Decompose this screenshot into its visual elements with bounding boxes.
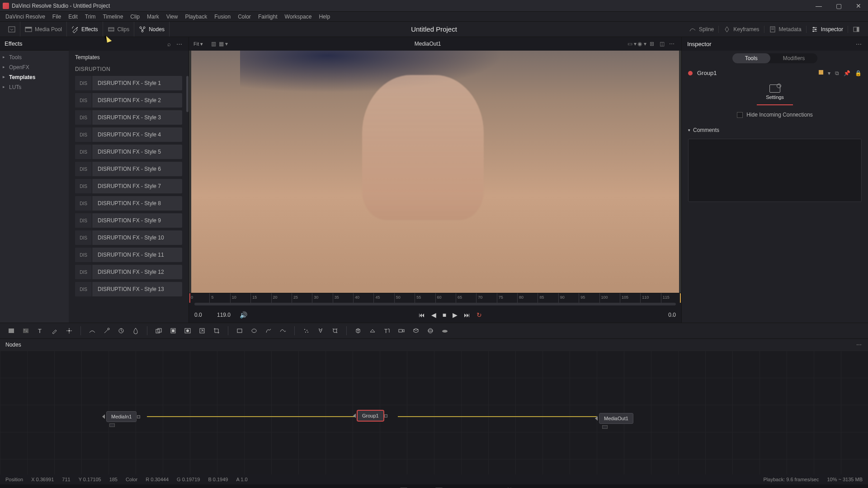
pemitter-tool-icon[interactable]: [316, 326, 326, 336]
menu-timeline[interactable]: Timeline: [100, 13, 126, 21]
tree-openfx[interactable]: ▸OpenFX: [0, 62, 69, 72]
hue-tool-icon[interactable]: [116, 326, 126, 336]
menu-file[interactable]: File: [50, 13, 64, 21]
merge3d-tool-icon[interactable]: [411, 326, 421, 336]
paint-tool-icon[interactable]: [50, 326, 60, 336]
viewer-rect-icon[interactable]: ▭ ▾: [627, 41, 637, 47]
polygon-mask-icon[interactable]: [264, 326, 274, 336]
prender-tool-icon[interactable]: [330, 326, 340, 336]
fx-item[interactable]: DISDISRUPTION FX - Style 1: [75, 76, 182, 90]
comments-textarea[interactable]: [688, 139, 862, 202]
time-start[interactable]: 0.0: [194, 312, 217, 318]
play-button[interactable]: ▶: [453, 311, 458, 319]
imageplane3d-tool-icon[interactable]: [368, 326, 377, 336]
fx-item[interactable]: DISDISRUPTION FX - Style 9: [75, 213, 182, 228]
fx-item[interactable]: DISDISRUPTION FX - Style 2: [75, 93, 182, 108]
text3d-tool-icon[interactable]: T: [382, 326, 392, 336]
options-icon[interactable]: ⋯: [174, 41, 184, 47]
version-icon[interactable]: ⧉: [835, 70, 839, 76]
merge-tool-icon[interactable]: [154, 326, 164, 336]
templates-tab[interactable]: Templates: [69, 51, 189, 62]
menu-clip[interactable]: Clip: [127, 13, 142, 21]
fx-item[interactable]: DISDISRUPTION FX - Style 5: [75, 145, 182, 159]
time-ruler[interactable]: 0 5 10 15 20 25 30 35 40 45 50 55 60 65 …: [189, 293, 681, 303]
fx-item[interactable]: DISDISRUPTION FX - Style 4: [75, 127, 182, 142]
menu-playback[interactable]: Playback: [182, 13, 210, 21]
fx-item[interactable]: DISDISRUPTION FX - Style 11: [75, 248, 182, 262]
fx-item[interactable]: DISDISRUPTION FX - Style 8: [75, 196, 182, 211]
menu-view[interactable]: View: [164, 13, 181, 21]
maximize-button[interactable]: ▢: [832, 2, 845, 9]
crop-tool-icon[interactable]: [212, 326, 222, 336]
nodes-options-icon[interactable]: ⋯: [856, 342, 863, 348]
renderer3d-tool-icon[interactable]: [425, 326, 435, 336]
particles-tool-icon[interactable]: [301, 326, 311, 336]
bspline-mask-icon[interactable]: [278, 326, 288, 336]
spline-button[interactable]: Spline: [689, 26, 714, 33]
node-color-dot[interactable]: [688, 71, 693, 75]
menu-edit[interactable]: Edit: [66, 13, 80, 21]
close-button[interactable]: ✕: [852, 2, 865, 9]
transform-tool-icon[interactable]: [168, 326, 178, 336]
inspector-button[interactable]: Inspector: [811, 26, 843, 33]
nodes-button[interactable]: Nodes: [139, 26, 165, 33]
media-pool-button[interactable]: Media Pool: [25, 26, 62, 33]
node-group1[interactable]: Group1: [357, 410, 384, 421]
loop-button[interactable]: ↻: [476, 311, 482, 319]
dropdown-icon[interactable]: [8, 26, 15, 33]
menu-trim[interactable]: Trim: [82, 13, 99, 21]
menu-davinci[interactable]: DaVinci Resolve: [3, 13, 48, 21]
settings-tab[interactable]: Settings: [757, 80, 793, 105]
fx-item[interactable]: DISDISRUPTION FX - Style 12: [75, 265, 182, 279]
last-frame-button[interactable]: ⏭: [464, 311, 470, 319]
inspector-options-icon[interactable]: ⋯: [856, 41, 863, 47]
tree-tools[interactable]: ▸Tools: [0, 52, 69, 62]
blur-tool-icon[interactable]: [131, 326, 141, 336]
fx-item[interactable]: DISDISRUPTION FX - Style 3: [75, 110, 182, 125]
expand-icon[interactable]: [853, 26, 860, 33]
background-tool-icon[interactable]: [6, 326, 16, 336]
tab-tools[interactable]: Tools: [732, 53, 770, 63]
shape3d-tool-icon[interactable]: [353, 326, 363, 336]
pin-icon[interactable]: 📌: [844, 70, 850, 76]
viewer-image[interactable]: [189, 51, 681, 293]
viewer-split-icon[interactable]: ◫: [657, 41, 667, 47]
tracker-tool-icon[interactable]: [64, 326, 74, 336]
time-end[interactable]: 0.0: [653, 312, 676, 318]
fx-item[interactable]: DISDISRUPTION FX - Style 7: [75, 179, 182, 193]
menu-fusion[interactable]: Fusion: [212, 13, 233, 21]
fit-dropdown[interactable]: Fit ▾: [193, 41, 203, 47]
matte-tool-icon[interactable]: [183, 326, 193, 336]
chevron-down-icon[interactable]: ▾: [828, 70, 830, 76]
fx-item[interactable]: DISDISRUPTION FX - Style 6: [75, 162, 182, 176]
selected-node-name[interactable]: Group1: [697, 70, 814, 76]
tab-modifiers[interactable]: Modifiers: [770, 53, 818, 63]
menu-color[interactable]: Color: [235, 13, 254, 21]
first-frame-button[interactable]: ⏮: [419, 311, 425, 319]
viewer-layout-icon[interactable]: ▥: [208, 41, 218, 47]
fx-item[interactable]: DISDISRUPTION FX - Style 10: [75, 230, 182, 245]
metadata-button[interactable]: Metadata: [769, 26, 802, 33]
light-tool-icon[interactable]: [440, 326, 450, 336]
node-mediain1[interactable]: MediaIn1: [106, 411, 137, 422]
viewer-grid-icon[interactable]: ⊞: [647, 41, 657, 47]
menu-mark[interactable]: Mark: [144, 13, 162, 21]
tree-templates[interactable]: ▸Templates: [0, 72, 69, 82]
menu-fairlight[interactable]: Fairlight: [255, 13, 280, 21]
ellipse-mask-icon[interactable]: [249, 326, 259, 336]
keyframes-button[interactable]: Keyframes: [723, 26, 759, 33]
rectangle-mask-icon[interactable]: [235, 326, 245, 336]
fx-item[interactable]: DISDISRUPTION FX - Style 13: [75, 282, 182, 296]
menu-help[interactable]: Help: [316, 13, 333, 21]
viewer-more-icon[interactable]: ⋯: [667, 41, 677, 47]
viewer-channel-icon[interactable]: ◉ ▾: [637, 41, 647, 47]
viewer-layout2-icon[interactable]: ▦ ▾: [218, 41, 228, 47]
node-graph[interactable]: MediaIn1 Group1 MediaOut1: [0, 351, 868, 474]
text-tool-icon[interactable]: T: [35, 326, 45, 336]
scrollbar[interactable]: [186, 76, 189, 112]
resize-tool-icon[interactable]: [197, 326, 207, 336]
camera3d-tool-icon[interactable]: [396, 326, 406, 336]
clips-button[interactable]: Clips: [108, 26, 130, 33]
stop-button[interactable]: ■: [443, 311, 446, 319]
fastnoise-tool-icon[interactable]: [21, 326, 31, 336]
